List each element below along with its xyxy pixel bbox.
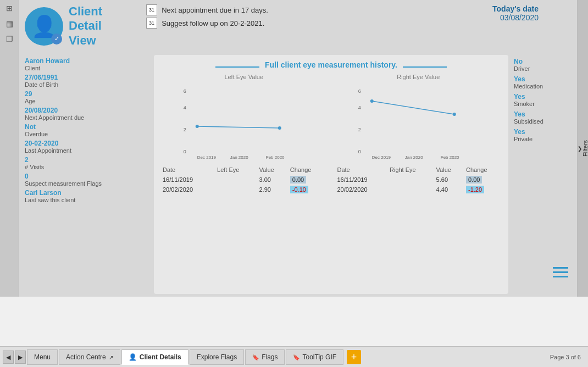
svg-text:6: 6 [358, 88, 360, 94]
subsidised-row: Yes Subsidised [514, 110, 574, 125]
tab-explore-flags[interactable]: Explore Flags [190, 349, 244, 365]
left-row2-value: 2.90 [257, 185, 286, 194]
svg-text:4: 4 [184, 105, 186, 110]
medication-value: Yes [514, 75, 574, 83]
tab-client-details[interactable]: 👤 Client Details [121, 349, 188, 365]
left-eye-svg: 6 4 2 0 Dec 2019 Jan 2020 Feb 2020 [159, 83, 329, 160]
svg-text:2: 2 [358, 127, 360, 132]
right-row1-value: 5.60 [434, 175, 463, 184]
subsidised-label: Subsidised [514, 118, 574, 125]
smoker-value: Yes [514, 93, 574, 101]
medication-label: Medication [514, 83, 574, 90]
filters-arrow-icon: ❯ [578, 144, 582, 153]
tab-flags-label: Flags [262, 353, 278, 361]
age-label: Age [25, 98, 146, 104]
today-label: Today's date [492, 4, 539, 13]
svg-text:4: 4 [358, 105, 360, 110]
smoker-label: Smoker [514, 101, 574, 107]
svg-text:Feb 2020: Feb 2020 [440, 155, 459, 160]
last-saw-value: Carl Larson [25, 189, 146, 197]
left-row1-change: 0.00 [288, 175, 328, 184]
main-container: ⊞ ▦ ❐ 👤 ✓ Client Detail View [0, 0, 588, 367]
title-line-left [215, 66, 259, 68]
table-row: 20/02/2020 4.40 -1.20 [335, 185, 502, 194]
left-table-header-value: Value [257, 165, 286, 174]
next-appt-label: Next Appointment due [25, 114, 146, 121]
dob-label: Date of Birth [25, 81, 146, 88]
icon-btn-1[interactable]: ⊞ [3, 3, 15, 14]
client-type: Client [25, 65, 146, 71]
tab-client-details-icon: 👤 [129, 353, 137, 361]
right-eye-subtitle: Right Eye Value [334, 74, 503, 80]
svg-line-17 [371, 101, 454, 114]
tab-tooltip-gif-label: ToolTip GIF [302, 353, 336, 361]
left-eye-subtitle: Left Eye Value [159, 74, 329, 80]
right-eye-table: Date Right Eye Value Change 16/11/2019 5… [334, 164, 503, 195]
left-row1-value: 3.00 [257, 175, 286, 184]
calendar-icon-1: 31 [146, 4, 157, 15]
svg-text:0: 0 [358, 149, 360, 154]
tab-prev-button[interactable]: ◀ [3, 351, 14, 364]
right-row1-change: 0.00 [464, 175, 502, 184]
right-row1-date: 16/11/2019 [335, 175, 387, 184]
right-panel: No Driver Yes Medication Yes Smoker Yes … [511, 52, 577, 297]
svg-point-19 [452, 113, 456, 116]
avatar: 👤 ✓ [25, 7, 63, 46]
calendar-icon-2: 31 [146, 18, 157, 29]
chart-panel: Full client eye measurement history. Lef… [154, 55, 508, 294]
tab-next-button[interactable]: ▶ [15, 351, 26, 364]
icon-btn-2[interactable]: ▦ [3, 18, 15, 29]
hamburger-button[interactable] [550, 261, 572, 283]
visits-value: 2 [25, 156, 146, 164]
date-section: Today's date 03/08/2020 [492, 4, 572, 22]
hamburger-line-3 [553, 276, 568, 277]
smoker-row: Yes Smoker [514, 93, 574, 107]
svg-point-18 [370, 99, 373, 103]
tab-add-button[interactable]: + [347, 350, 361, 364]
svg-point-8 [196, 125, 199, 128]
left-table-header-eye: Left Eye [215, 165, 256, 174]
tab-tooltip-gif-icon: 🔖 [293, 354, 299, 360]
svg-text:2: 2 [184, 127, 186, 132]
next-appt-value: 20/08/2020 [25, 107, 146, 114]
tab-menu[interactable]: Menu [27, 349, 58, 365]
private-value: Yes [514, 128, 574, 136]
left-row2-date: 20/02/2020 [160, 185, 214, 194]
content-area: Aaron Howard Client 27/06/1991 Date of B… [19, 52, 577, 297]
client-title-line2: Detail [69, 19, 102, 33]
table-row: 16/11/2019 3.00 0.00 [160, 175, 328, 184]
appointment-section: 31 Next appointment due in 17 days. 31 S… [102, 4, 492, 29]
right-table-header-value: Value [434, 165, 463, 174]
avatar-section: 👤 ✓ Client Detail View [25, 4, 102, 48]
page-count: Page 3 of 6 [546, 354, 585, 360]
header: 👤 ✓ Client Detail View 31 Next appointme… [19, 0, 577, 52]
age-value: 29 [25, 90, 146, 98]
icon-btn-3[interactable]: ❐ [3, 34, 15, 45]
client-title: Client Detail View [69, 4, 102, 48]
left-eye-chart-section: Left Eye Value 6 4 2 0 Dec 2019 [159, 74, 329, 195]
charts-row: Left Eye Value 6 4 2 0 Dec 2019 [159, 74, 503, 195]
medication-row: Yes Medication [514, 75, 574, 90]
left-row1-date: 16/11/2019 [160, 175, 214, 184]
tab-tooltip-gif[interactable]: 🔖 ToolTip GIF [286, 349, 343, 365]
icon-sidebar: ⊞ ▦ ❐ [0, 0, 19, 297]
svg-text:Jan 2020: Jan 2020 [230, 155, 248, 160]
tab-action-centre[interactable]: Action Centre ↗ [59, 349, 120, 365]
filters-sidebar[interactable]: ❯ Filters [577, 0, 588, 297]
table-row: 20/02/2020 2.90 -0.10 [160, 185, 328, 194]
tab-action-centre-label: Action Centre [66, 353, 106, 361]
appointment-text-2: Suggest follow up on 20-2-2021. [162, 19, 264, 27]
chart-title-row: Full client eye measurement history. [159, 60, 503, 74]
flags-label: Suspect measurement Flags [25, 180, 146, 187]
overdue-value: Not [25, 123, 146, 131]
tab-flags[interactable]: 🔖 Flags [245, 349, 285, 365]
dob-value: 27/06/1991 [25, 74, 146, 81]
left-table-header-date: Date [160, 165, 214, 174]
top-area: ⊞ ▦ ❐ 👤 ✓ Client Detail View [0, 0, 588, 297]
right-eye-chart-section: Right Eye Value 6 4 2 0 Dec 2019 [334, 74, 503, 195]
right-row2-change: -1.20 [464, 185, 502, 194]
client-title-line3: View [69, 34, 102, 48]
appointment-text-1: Next appointment due in 17 days. [162, 6, 268, 14]
private-label: Private [514, 136, 574, 142]
last-saw-label: Last saw this client [25, 197, 146, 203]
